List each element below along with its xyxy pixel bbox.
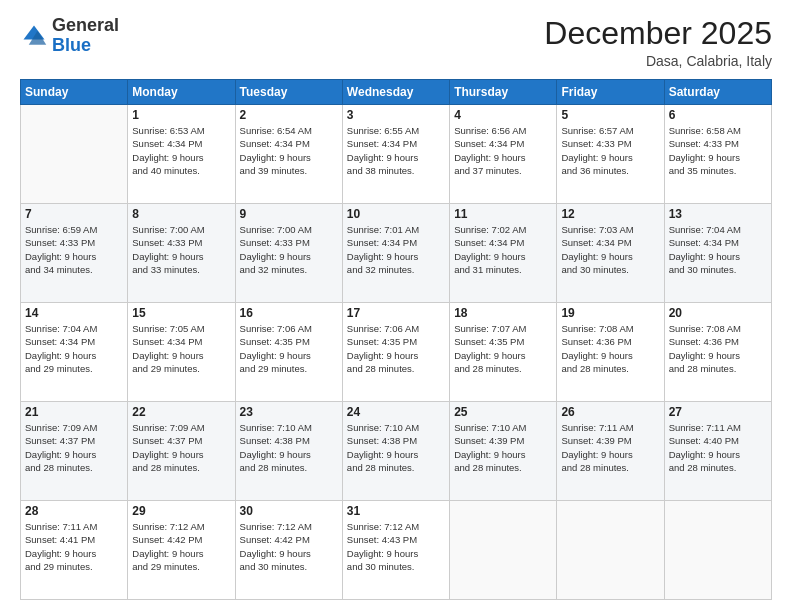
day-number: 20 [669,306,767,320]
header-row: SundayMondayTuesdayWednesdayThursdayFrid… [21,80,772,105]
logo-icon [20,22,48,50]
day-cell: 6Sunrise: 6:58 AM Sunset: 4:33 PM Daylig… [664,105,771,204]
page: General Blue December 2025 Dasa, Calabri… [0,0,792,612]
week-row-5: 28Sunrise: 7:11 AM Sunset: 4:41 PM Dayli… [21,501,772,600]
day-cell: 8Sunrise: 7:00 AM Sunset: 4:33 PM Daylig… [128,204,235,303]
day-cell: 2Sunrise: 6:54 AM Sunset: 4:34 PM Daylig… [235,105,342,204]
day-number: 21 [25,405,123,419]
day-number: 16 [240,306,338,320]
day-number: 3 [347,108,445,122]
day-info: Sunrise: 6:57 AM Sunset: 4:33 PM Dayligh… [561,124,659,177]
day-number: 13 [669,207,767,221]
day-cell: 26Sunrise: 7:11 AM Sunset: 4:39 PM Dayli… [557,402,664,501]
location-title: Dasa, Calabria, Italy [544,53,772,69]
day-number: 24 [347,405,445,419]
day-number: 7 [25,207,123,221]
day-cell: 22Sunrise: 7:09 AM Sunset: 4:37 PM Dayli… [128,402,235,501]
day-info: Sunrise: 6:59 AM Sunset: 4:33 PM Dayligh… [25,223,123,276]
day-info: Sunrise: 7:12 AM Sunset: 4:43 PM Dayligh… [347,520,445,573]
day-cell: 3Sunrise: 6:55 AM Sunset: 4:34 PM Daylig… [342,105,449,204]
week-row-2: 7Sunrise: 6:59 AM Sunset: 4:33 PM Daylig… [21,204,772,303]
col-header-saturday: Saturday [664,80,771,105]
day-cell: 28Sunrise: 7:11 AM Sunset: 4:41 PM Dayli… [21,501,128,600]
day-info: Sunrise: 7:04 AM Sunset: 4:34 PM Dayligh… [669,223,767,276]
day-cell: 16Sunrise: 7:06 AM Sunset: 4:35 PM Dayli… [235,303,342,402]
day-info: Sunrise: 7:00 AM Sunset: 4:33 PM Dayligh… [132,223,230,276]
col-header-wednesday: Wednesday [342,80,449,105]
header: General Blue December 2025 Dasa, Calabri… [20,16,772,69]
day-cell: 14Sunrise: 7:04 AM Sunset: 4:34 PM Dayli… [21,303,128,402]
day-info: Sunrise: 7:09 AM Sunset: 4:37 PM Dayligh… [132,421,230,474]
day-info: Sunrise: 6:56 AM Sunset: 4:34 PM Dayligh… [454,124,552,177]
day-info: Sunrise: 6:54 AM Sunset: 4:34 PM Dayligh… [240,124,338,177]
day-cell: 11Sunrise: 7:02 AM Sunset: 4:34 PM Dayli… [450,204,557,303]
day-info: Sunrise: 7:01 AM Sunset: 4:34 PM Dayligh… [347,223,445,276]
day-info: Sunrise: 7:02 AM Sunset: 4:34 PM Dayligh… [454,223,552,276]
day-info: Sunrise: 7:00 AM Sunset: 4:33 PM Dayligh… [240,223,338,276]
day-info: Sunrise: 7:10 AM Sunset: 4:39 PM Dayligh… [454,421,552,474]
day-number: 26 [561,405,659,419]
day-info: Sunrise: 7:11 AM Sunset: 4:41 PM Dayligh… [25,520,123,573]
day-info: Sunrise: 7:05 AM Sunset: 4:34 PM Dayligh… [132,322,230,375]
day-cell: 5Sunrise: 6:57 AM Sunset: 4:33 PM Daylig… [557,105,664,204]
day-number: 17 [347,306,445,320]
day-number: 28 [25,504,123,518]
day-cell: 4Sunrise: 6:56 AM Sunset: 4:34 PM Daylig… [450,105,557,204]
day-cell [21,105,128,204]
day-cell: 27Sunrise: 7:11 AM Sunset: 4:40 PM Dayli… [664,402,771,501]
calendar-header: SundayMondayTuesdayWednesdayThursdayFrid… [21,80,772,105]
day-number: 18 [454,306,552,320]
logo-blue-text: Blue [52,35,91,55]
logo-text: General Blue [52,16,119,56]
day-info: Sunrise: 7:08 AM Sunset: 4:36 PM Dayligh… [669,322,767,375]
day-info: Sunrise: 7:10 AM Sunset: 4:38 PM Dayligh… [240,421,338,474]
day-cell: 15Sunrise: 7:05 AM Sunset: 4:34 PM Dayli… [128,303,235,402]
day-info: Sunrise: 7:11 AM Sunset: 4:39 PM Dayligh… [561,421,659,474]
day-cell: 9Sunrise: 7:00 AM Sunset: 4:33 PM Daylig… [235,204,342,303]
day-cell: 25Sunrise: 7:10 AM Sunset: 4:39 PM Dayli… [450,402,557,501]
day-cell: 29Sunrise: 7:12 AM Sunset: 4:42 PM Dayli… [128,501,235,600]
month-title: December 2025 [544,16,772,51]
day-info: Sunrise: 7:06 AM Sunset: 4:35 PM Dayligh… [347,322,445,375]
day-info: Sunrise: 7:12 AM Sunset: 4:42 PM Dayligh… [132,520,230,573]
title-block: December 2025 Dasa, Calabria, Italy [544,16,772,69]
day-cell: 1Sunrise: 6:53 AM Sunset: 4:34 PM Daylig… [128,105,235,204]
day-info: Sunrise: 7:04 AM Sunset: 4:34 PM Dayligh… [25,322,123,375]
day-info: Sunrise: 6:53 AM Sunset: 4:34 PM Dayligh… [132,124,230,177]
day-number: 2 [240,108,338,122]
day-cell: 13Sunrise: 7:04 AM Sunset: 4:34 PM Dayli… [664,204,771,303]
day-cell: 21Sunrise: 7:09 AM Sunset: 4:37 PM Dayli… [21,402,128,501]
day-number: 29 [132,504,230,518]
day-number: 12 [561,207,659,221]
day-cell [664,501,771,600]
day-number: 22 [132,405,230,419]
day-info: Sunrise: 7:03 AM Sunset: 4:34 PM Dayligh… [561,223,659,276]
day-cell: 23Sunrise: 7:10 AM Sunset: 4:38 PM Dayli… [235,402,342,501]
col-header-friday: Friday [557,80,664,105]
day-number: 19 [561,306,659,320]
day-info: Sunrise: 7:08 AM Sunset: 4:36 PM Dayligh… [561,322,659,375]
day-info: Sunrise: 6:58 AM Sunset: 4:33 PM Dayligh… [669,124,767,177]
logo-general-text: General [52,15,119,35]
day-cell [450,501,557,600]
day-cell [557,501,664,600]
week-row-1: 1Sunrise: 6:53 AM Sunset: 4:34 PM Daylig… [21,105,772,204]
calendar-body: 1Sunrise: 6:53 AM Sunset: 4:34 PM Daylig… [21,105,772,600]
day-cell: 30Sunrise: 7:12 AM Sunset: 4:42 PM Dayli… [235,501,342,600]
logo: General Blue [20,16,119,56]
day-cell: 7Sunrise: 6:59 AM Sunset: 4:33 PM Daylig… [21,204,128,303]
day-number: 8 [132,207,230,221]
day-number: 5 [561,108,659,122]
day-number: 6 [669,108,767,122]
day-number: 15 [132,306,230,320]
col-header-monday: Monday [128,80,235,105]
day-cell: 10Sunrise: 7:01 AM Sunset: 4:34 PM Dayli… [342,204,449,303]
day-info: Sunrise: 6:55 AM Sunset: 4:34 PM Dayligh… [347,124,445,177]
day-cell: 17Sunrise: 7:06 AM Sunset: 4:35 PM Dayli… [342,303,449,402]
col-header-thursday: Thursday [450,80,557,105]
day-info: Sunrise: 7:11 AM Sunset: 4:40 PM Dayligh… [669,421,767,474]
day-cell: 31Sunrise: 7:12 AM Sunset: 4:43 PM Dayli… [342,501,449,600]
day-info: Sunrise: 7:10 AM Sunset: 4:38 PM Dayligh… [347,421,445,474]
day-cell: 19Sunrise: 7:08 AM Sunset: 4:36 PM Dayli… [557,303,664,402]
day-number: 1 [132,108,230,122]
